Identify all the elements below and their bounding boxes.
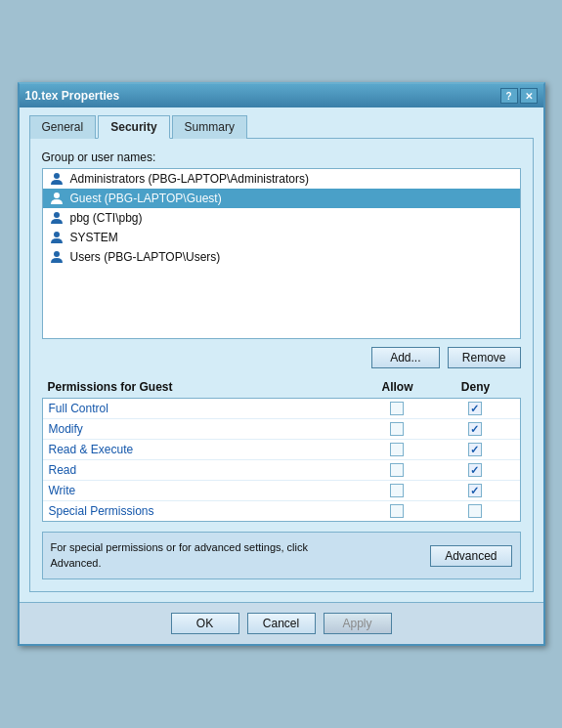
permission-row: Special Permissions — [43, 501, 520, 521]
permissions-header: Permissions for Guest Allow Deny — [42, 378, 521, 396]
permission-name: Full Control — [49, 402, 358, 415]
user-name: Users (PBG-LAPTOP\Users) — [70, 250, 221, 264]
permissions-for-label: Permissions for Guest — [48, 380, 359, 394]
svg-point-4 — [54, 251, 60, 257]
user-icon — [49, 230, 65, 245]
permission-row: Read — [43, 460, 520, 481]
tab-general[interactable]: General — [29, 115, 97, 139]
svg-point-1 — [54, 193, 60, 198]
deny-checkbox[interactable] — [468, 402, 482, 415]
user-item[interactable]: SYSTEM — [43, 228, 520, 247]
allow-cell — [358, 504, 436, 518]
permission-name: Read — [49, 463, 358, 477]
tab-summary[interactable]: Summary — [172, 115, 247, 139]
help-button[interactable]: ? — [500, 88, 518, 104]
advanced-section: For special permissions or for advanced … — [42, 532, 521, 579]
allow-cell — [358, 463, 436, 477]
deny-cell — [436, 422, 514, 436]
cancel-button[interactable]: Cancel — [247, 613, 316, 634]
tab-security[interactable]: Security — [98, 115, 169, 139]
permissions-body: Full ControlModifyRead & ExecuteReadWrit… — [42, 398, 521, 522]
allow-cell — [358, 402, 436, 415]
svg-point-2 — [54, 212, 60, 218]
deny-cell — [436, 504, 514, 518]
allow-checkbox[interactable] — [390, 443, 404, 456]
allow-checkbox[interactable] — [390, 504, 404, 518]
deny-checkbox[interactable] — [468, 422, 482, 436]
user-icon — [49, 191, 65, 206]
permission-row: Modify — [43, 419, 520, 440]
permission-name: Special Permissions — [49, 504, 358, 518]
user-item[interactable]: Guest (PBG-LAPTOP\Guest) — [43, 189, 520, 208]
deny-cell — [436, 484, 514, 497]
user-item[interactable]: Administrators (PBG-LAPTOP\Administrator… — [43, 169, 520, 189]
allow-checkbox[interactable] — [390, 463, 404, 477]
apply-button[interactable]: Apply — [324, 613, 392, 634]
user-icon — [49, 249, 65, 265]
deny-cell — [436, 463, 514, 477]
ok-button[interactable]: OK — [171, 613, 239, 634]
window-title: 10.tex Properties — [25, 89, 120, 103]
allow-cell — [358, 443, 436, 456]
add-button[interactable]: Add... — [371, 347, 440, 368]
deny-cell — [436, 443, 514, 456]
allow-cell — [358, 422, 436, 436]
permission-row: Full Control — [43, 399, 520, 419]
deny-checkbox[interactable] — [468, 504, 482, 518]
allow-checkbox[interactable] — [390, 484, 404, 497]
allow-checkbox[interactable] — [390, 402, 404, 415]
allow-checkbox[interactable] — [390, 422, 404, 436]
user-action-buttons: Add... Remove — [42, 347, 521, 368]
user-icon — [49, 210, 65, 226]
group-label: Group or user names: — [42, 150, 521, 164]
content-area: General Security Summary Group or user n… — [20, 107, 543, 602]
permission-name: Modify — [49, 422, 358, 436]
deny-checkbox[interactable] — [468, 484, 482, 497]
deny-column-label: Deny — [437, 380, 515, 394]
close-button[interactable]: ✕ — [520, 88, 538, 104]
svg-point-0 — [54, 173, 60, 179]
deny-cell — [436, 402, 514, 415]
user-name: SYSTEM — [70, 231, 118, 244]
titlebar-buttons: ? ✕ — [500, 88, 538, 104]
tab-bar: General Security Summary — [29, 115, 534, 139]
user-icon — [49, 171, 65, 187]
permission-name: Read & Execute — [49, 443, 358, 456]
permission-name: Write — [49, 484, 358, 497]
properties-window: 10.tex Properties ? ✕ General Security S… — [18, 82, 545, 646]
titlebar: 10.tex Properties ? ✕ — [20, 84, 543, 107]
advanced-description: For special permissions or for advanced … — [51, 540, 324, 571]
user-item[interactable]: Users (PBG-LAPTOP\Users) — [43, 247, 520, 267]
user-name: pbg (CTI\pbg) — [70, 211, 143, 225]
allow-cell — [358, 484, 436, 497]
permission-row: Read & Execute — [43, 440, 520, 460]
user-name: Administrators (PBG-LAPTOP\Administrator… — [70, 172, 310, 186]
svg-point-3 — [54, 232, 60, 237]
advanced-button[interactable]: Advanced — [430, 545, 511, 567]
permission-row: Write — [43, 481, 520, 501]
user-item[interactable]: pbg (CTI\pbg) — [43, 208, 520, 228]
user-name: Guest (PBG-LAPTOP\Guest) — [70, 192, 222, 205]
user-list[interactable]: Administrators (PBG-LAPTOP\Administrator… — [42, 168, 521, 339]
allow-column-label: Allow — [359, 380, 437, 394]
security-panel: Group or user names: Administrators (PBG… — [29, 138, 534, 592]
remove-button[interactable]: Remove — [448, 347, 521, 368]
deny-checkbox[interactable] — [468, 463, 482, 477]
deny-checkbox[interactable] — [468, 443, 482, 456]
footer-buttons: OK Cancel Apply — [20, 602, 543, 644]
